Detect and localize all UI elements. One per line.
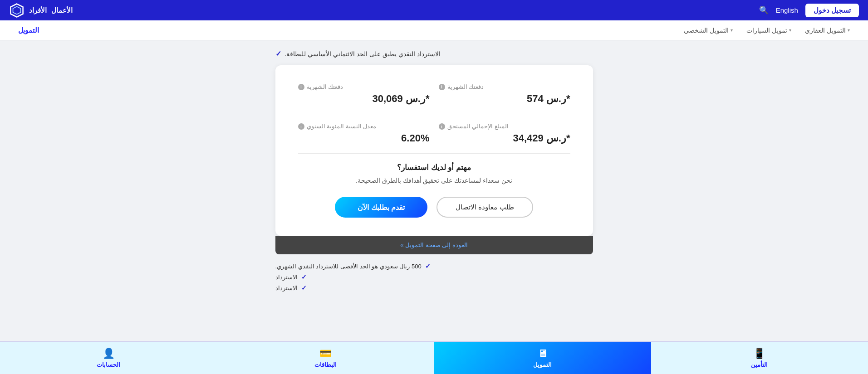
bullet-check-1: ✓ <box>425 262 431 270</box>
divider <box>298 153 570 154</box>
chevron-icon: ▾ <box>731 28 733 33</box>
bottom-nav-cards[interactable]: 💳 البطاقات <box>217 341 434 374</box>
bullet-line-3: ✓ الاسترداد <box>275 284 593 291</box>
bullet-text-2: الاسترداد <box>275 274 298 281</box>
subheader-item-cars[interactable]: ▾ تمويل السيارات <box>746 27 791 34</box>
logo-icon <box>9 3 25 18</box>
field1-value: ر.س 574* <box>439 93 570 105</box>
finance-label: التمويل <box>533 361 552 368</box>
header: تسجيل دخول English 🔍 الأعمال الأفراد <box>0 0 868 20</box>
check-line: الاسترداد النقدي يطبق على الحد الائتماني… <box>275 49 593 58</box>
info-icon-4[interactable]: i <box>298 123 304 130</box>
chevron-icon: ▾ <box>848 28 850 33</box>
field-monthly-payment-1: دفعتك الشهرية i ر.س 574* <box>439 83 570 105</box>
bullet-check-3: ✓ <box>301 284 307 291</box>
card-question: مهتم أو لديك استفسار؟ <box>298 163 570 172</box>
field3-value: ر.س 34,429* <box>439 132 570 144</box>
nav-individuals[interactable]: الأفراد <box>29 6 47 15</box>
search-icon[interactable]: 🔍 <box>759 5 769 15</box>
field3-label: المبلغ الإجمالي المستحق i <box>439 123 509 130</box>
lang-button[interactable]: English <box>776 6 798 14</box>
nav-business[interactable]: الأعمال <box>51 6 73 15</box>
apply-button[interactable]: تقدم بطلبك الآن <box>335 197 427 218</box>
subheader-title: التمويل <box>18 26 39 34</box>
subheader-nav: ▾ التمويل العقاري ▾ تمويل السيارات ▾ الت… <box>684 27 850 34</box>
cards-icon: 💳 <box>319 348 332 359</box>
contact-button[interactable]: طلب معاودة الاتصال <box>436 197 533 218</box>
field4-value: 6.20% <box>298 132 430 144</box>
bottom-nav-insurance[interactable]: 📱 التأمين <box>651 341 868 374</box>
main-content: الاسترداد النقدي يطبق على الحد الائتماني… <box>0 40 868 349</box>
login-button[interactable]: تسجيل دخول <box>805 4 859 17</box>
bullet-line-2: ✓ الاسترداد <box>275 273 593 281</box>
back-bar[interactable]: العودة إلى صفحة التمويل » <box>275 236 593 254</box>
subheader: ▾ التمويل العقاري ▾ تمويل السيارات ▾ الت… <box>0 20 868 40</box>
subheader-item-personal[interactable]: ▾ التمويل الشخصي <box>684 27 733 34</box>
bullet-text-1: 500 ريال سعودي هو الحد الأقصى للاسترداد … <box>275 263 422 270</box>
accounts-icon: 👤 <box>103 348 115 359</box>
cards-label: البطاقات <box>314 361 337 368</box>
field-total-amount: المبلغ الإجمالي المستحق i ر.س 34,429* <box>439 123 570 144</box>
field2-value: ر.س 30,069* <box>298 93 430 105</box>
chevron-icon: ▾ <box>789 28 791 33</box>
svg-marker-0 <box>10 4 23 17</box>
bottom-nav-accounts[interactable]: 👤 الحسابات <box>0 341 217 374</box>
subheader-item-real-estate[interactable]: ▾ التمويل العقاري <box>805 27 850 34</box>
finance-icon: 🖥 <box>538 348 548 359</box>
field-monthly-payment-2: دفعتك الشهرية i ر.س 30,069* <box>298 83 430 105</box>
bullet-line-1: ✓ 500 ريال سعودي هو الحد الأقصى للاستردا… <box>275 262 593 270</box>
bullet-section: ✓ 500 ريال سعودي هو الحد الأقصى للاستردا… <box>275 254 593 296</box>
header-right: تسجيل دخول English 🔍 <box>759 4 859 17</box>
info-icon-1[interactable]: i <box>439 84 445 90</box>
insurance-label: التأمين <box>751 361 768 368</box>
info-icon-2[interactable]: i <box>298 84 304 90</box>
bottom-nav-finance[interactable]: 🖥 التمويل <box>434 341 651 374</box>
bottom-nav: 📱 التأمين 🖥 التمويل 💳 البطاقات 👤 الحسابا… <box>0 341 868 374</box>
field1-label: دفعتك الشهرية i <box>439 83 484 90</box>
field-annual-rate: معدل النسبة المئوية السنوي i 6.20% <box>298 123 430 144</box>
svg-marker-1 <box>13 6 21 14</box>
finance-card: دفعتك الشهرية i ر.س 574* دفعتك الشهرية i… <box>275 65 593 236</box>
field4-label: معدل النسبة المئوية السنوي i <box>298 123 377 130</box>
card-grid: دفعتك الشهرية i ر.س 574* دفعتك الشهرية i… <box>298 83 570 144</box>
accounts-label: الحسابات <box>97 361 120 368</box>
card-buttons: طلب معاودة الاتصال تقدم بطلبك الآن <box>298 197 570 218</box>
check-line-text: الاسترداد النقدي يطبق على الحد الائتماني… <box>285 50 441 58</box>
info-icon-3[interactable]: i <box>439 123 445 130</box>
logo-area: الأعمال الأفراد <box>9 3 73 18</box>
insurance-icon: 📱 <box>753 348 765 359</box>
bullet-text-3: الاسترداد <box>275 285 298 291</box>
bullet-check-2: ✓ <box>301 273 307 281</box>
card-subtext: نحن سعداء لمساعدتك على تحقيق أهدافك بالط… <box>298 177 570 184</box>
field2-label: دفعتك الشهرية i <box>298 83 343 90</box>
check-icon: ✓ <box>275 49 281 58</box>
